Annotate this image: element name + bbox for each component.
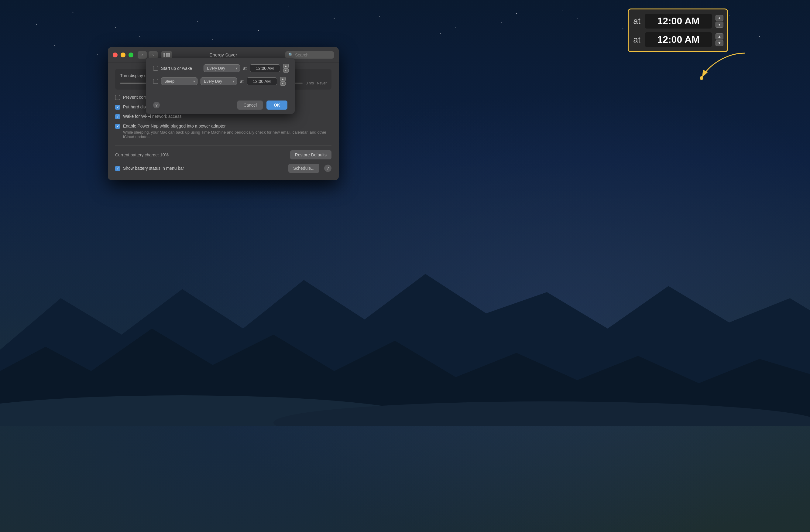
slider-marker-never: Never <box>317 81 327 85</box>
search-box[interactable]: 🔍 <box>285 51 334 59</box>
ok-button[interactable]: OK <box>266 100 288 110</box>
callout-time-2: 12:00 AM <box>645 32 712 47</box>
svg-point-10 <box>140 36 140 37</box>
search-icon: 🔍 <box>288 52 293 57</box>
callout-stepper-down-1[interactable]: ▼ <box>715 21 724 28</box>
back-button[interactable]: ‹ <box>137 51 147 59</box>
dialog-row-startup: Start up or wake Every Day Weekdays Week… <box>153 64 288 72</box>
minimize-button[interactable] <box>120 52 126 57</box>
checkbox-power-nap-sublabel: While sleeping, your Mac can back up usi… <box>123 130 331 139</box>
checkbox-show-battery[interactable] <box>115 166 120 171</box>
startup-time-down[interactable]: ▼ <box>283 68 289 72</box>
svg-point-25 <box>622 29 623 30</box>
checkbox-wifi[interactable] <box>115 114 120 119</box>
callout-stepper-up-1[interactable]: ▲ <box>715 15 724 21</box>
callout-box: at 12:00 AM ▲ ▼ at 12:00 AM ▲ ▼ <box>628 9 728 52</box>
svg-point-19 <box>258 30 259 31</box>
maximize-button[interactable] <box>129 52 133 57</box>
grid-view-button[interactable] <box>161 51 172 59</box>
window-title: Energy Saver <box>210 52 237 57</box>
sleep-day-wrapper[interactable]: Every Day Weekdays Weekends <box>200 78 237 85</box>
checkbox-row-power-nap: Enable Power Nap while plugged into a po… <box>115 123 331 139</box>
dialog-footer: ? Cancel OK <box>146 96 295 114</box>
dialog-checkbox-startup[interactable] <box>153 66 158 71</box>
svg-point-20 <box>319 42 319 43</box>
svg-point-23 <box>501 22 502 23</box>
sleep-time-down[interactable]: ▼ <box>280 81 286 86</box>
footer-row: Show battery status in menu bar Schedule… <box>115 164 331 173</box>
nav-buttons: ‹ › <box>137 51 172 59</box>
dialog-at-2: at <box>240 79 244 84</box>
schedule-dialog: Start up or wake Every Day Weekdays Week… <box>146 58 295 114</box>
callout-stepper-1[interactable]: ▲ ▼ <box>715 15 724 28</box>
callout-row-2: at 12:00 AM ▲ ▼ <box>632 30 724 49</box>
dialog-content: Start up or wake Every Day Weekdays Week… <box>146 58 295 96</box>
sleep-action-wrapper[interactable]: Sleep Restart Shut Down <box>161 78 197 85</box>
cancel-button[interactable]: Cancel <box>237 100 263 110</box>
startup-time-up[interactable]: ▲ <box>283 64 289 68</box>
svg-point-11 <box>729 15 729 16</box>
svg-point-3 <box>151 9 152 10</box>
sleep-time-stepper[interactable]: ▲ ▼ <box>280 77 286 86</box>
sleep-day-select[interactable]: Every Day Weekdays Weekends <box>200 78 237 85</box>
callout-at-1: at <box>632 16 642 26</box>
callout-stepper-2[interactable]: ▲ ▼ <box>715 33 724 46</box>
checkbox-row-wifi: Wake for Wi-Fi network access <box>115 114 331 120</box>
svg-point-15 <box>577 18 578 18</box>
svg-point-21 <box>379 16 380 17</box>
sleep-time-up[interactable]: ▲ <box>280 77 286 81</box>
startup-time-stepper[interactable]: ▲ ▼ <box>283 64 289 72</box>
dialog-row-sleep: Sleep Restart Shut Down Every Day Weekda… <box>153 77 288 86</box>
bottom-row: Current battery charge: 10% Restore Defa… <box>115 145 331 160</box>
svg-point-9 <box>97 54 98 55</box>
traffic-lights <box>113 52 133 57</box>
startup-day-wrapper[interactable]: Every Day Weekdays Weekends Monday Tuesd… <box>204 64 240 72</box>
checkbox-power-nap[interactable] <box>115 124 120 129</box>
callout-stepper-down-2[interactable]: ▼ <box>715 40 724 46</box>
svg-point-4 <box>197 21 198 22</box>
startup-time-input[interactable] <box>250 64 280 72</box>
svg-point-1 <box>72 12 74 13</box>
battery-info: Current battery charge: 10% <box>115 152 168 157</box>
callout-at-2: at <box>632 35 642 45</box>
svg-point-2 <box>115 27 116 28</box>
svg-point-22 <box>440 33 441 34</box>
close-button[interactable] <box>113 52 117 57</box>
checkbox-wifi-label: Wake for Wi-Fi network access <box>123 114 181 120</box>
dialog-at-1: at <box>243 66 247 71</box>
svg-point-0 <box>36 24 37 24</box>
callout-stepper-up-2[interactable]: ▲ <box>715 33 724 39</box>
schedule-button[interactable]: Schedule... <box>288 164 319 173</box>
checkbox-prevent[interactable] <box>115 95 120 100</box>
svg-point-7 <box>334 18 335 19</box>
svg-point-8 <box>54 45 55 46</box>
checkbox-power-nap-label: Enable Power Nap while plugged into a po… <box>123 123 226 129</box>
checkbox-hard-disk[interactable] <box>115 105 120 110</box>
svg-point-12 <box>759 36 760 37</box>
svg-point-16 <box>516 13 517 14</box>
svg-point-18 <box>212 39 213 40</box>
svg-point-24 <box>562 10 562 11</box>
svg-point-5 <box>243 15 243 16</box>
sleep-action-select[interactable]: Sleep Restart Shut Down <box>161 78 197 85</box>
svg-point-6 <box>288 6 289 6</box>
dialog-checkbox-sleep[interactable] <box>153 79 158 84</box>
sleep-time-input[interactable] <box>247 78 277 85</box>
startup-day-select[interactable]: Every Day Weekdays Weekends Monday Tuesd… <box>204 64 240 72</box>
restore-defaults-button[interactable]: Restore Defaults <box>290 150 331 160</box>
show-battery-label: Show battery status in menu bar <box>123 166 184 171</box>
svg-point-17 <box>455 27 456 28</box>
grid-icon <box>163 53 170 57</box>
search-input[interactable] <box>295 52 331 57</box>
slider-marker-3hrs: 3 hrs <box>306 81 314 85</box>
callout-row-1: at 12:00 AM ▲ ▼ <box>632 12 724 30</box>
mountains <box>0 244 810 426</box>
show-battery-row: Show battery status in menu bar <box>115 166 184 171</box>
dialog-startup-label: Start up or wake <box>161 66 200 71</box>
callout-time-1: 12:00 AM <box>645 14 712 29</box>
help-button[interactable]: ? <box>324 165 331 172</box>
forward-button[interactable]: › <box>149 51 158 59</box>
dialog-help-button[interactable]: ? <box>153 102 160 109</box>
